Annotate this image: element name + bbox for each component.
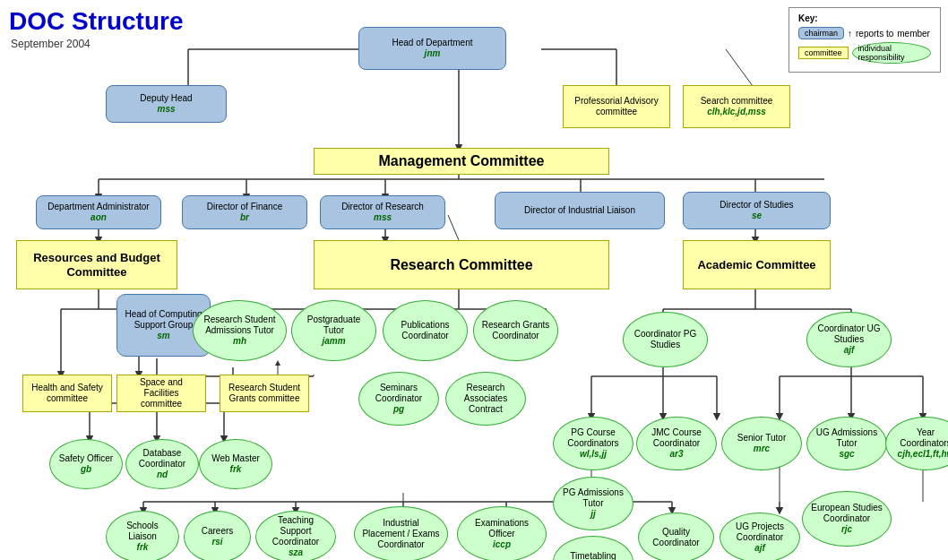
- dir-studies-node: Director of Studies se: [683, 192, 831, 229]
- pg-course-coords-node: PG Course Coordinators wl,ls,jj: [553, 417, 633, 470]
- database-coord-node: Database Coordinator nd: [125, 439, 199, 489]
- health-safety-node: Health and Safety committee: [22, 375, 112, 412]
- svg-line-5: [726, 49, 753, 86]
- research-label: Research Committee: [390, 256, 532, 273]
- postgrad-tutor-node: Postgraduate Tutor jamm: [291, 300, 376, 361]
- legend-title: Key:: [798, 13, 931, 23]
- legend-member: member: [897, 29, 930, 39]
- management-committee-node: Management Committee: [314, 148, 609, 175]
- legend-reports-to: reports to: [856, 29, 893, 39]
- mgmt-label: Management Committee: [379, 152, 545, 169]
- academic-committee-node: Academic Committee: [683, 240, 831, 289]
- professorial-advisory-node: Professorial Advisory committee: [563, 85, 670, 128]
- european-studies-node: European Studies Coordinator rjc: [802, 491, 892, 547]
- seminars-node: Seminars Coordinator pg: [358, 372, 439, 426]
- senior-tutor-node: Senior Tutor mrc: [721, 417, 802, 470]
- publications-node: Publications Coordinator: [383, 300, 468, 361]
- dir-finance-node: Director of Finance br: [182, 195, 307, 229]
- head-of-department-node: Head of Department jnm: [358, 27, 506, 70]
- page-title: DOC Structure: [9, 7, 183, 36]
- teaching-support-node: Teaching Support Coordinator sza: [255, 511, 336, 560]
- year-coords-node: Year Coordinators cjh,ecl1,ft,hw: [885, 417, 948, 470]
- industrial-placement-node: Industrial Placement / Exams Coordinator: [354, 506, 448, 560]
- timetabling-node: Timetabling Coordinator: [553, 536, 633, 560]
- careers-node: Careers rsi: [184, 511, 251, 560]
- legend-chairman: chairman: [798, 27, 844, 39]
- research-associates-node: Research Associates Contract: [445, 372, 526, 426]
- ug-projects-node: UG Projects Coordinator ajf: [720, 513, 800, 560]
- legend-green: individual responsibility: [852, 42, 931, 64]
- research-grants-node: Research Grants Coordinator: [473, 300, 558, 361]
- deputy-head-node: Deputy Head mss: [106, 85, 227, 123]
- page-subtitle: September 2004: [11, 38, 90, 50]
- svg-line-15: [448, 215, 459, 240]
- research-committee-node: Research Committee: [314, 240, 609, 289]
- research-admissions-node: Research Student Admissions Tutor mh: [193, 300, 287, 361]
- legend-committee: committee: [798, 47, 849, 59]
- coord-pg-studies-node: Coordinator PG Studies: [623, 312, 708, 367]
- ug-admissions-tutor-node: UG Admissions Tutor sgc: [806, 417, 887, 470]
- web-master-node: Web Master frk: [199, 439, 272, 489]
- resources-label: Resources and Budget Committee: [24, 251, 169, 279]
- jmc-course-node: JMC Course Coordinator ar3: [636, 417, 717, 470]
- academic-label: Academic Committee: [697, 258, 815, 272]
- resources-committee-node: Resources and Budget Committee: [16, 240, 177, 289]
- search-committee-node: Search committee clh,klc,jd,mss: [683, 85, 790, 128]
- quality-coord-node: Quality Coordinator: [638, 513, 714, 560]
- coord-ug-studies-node: Coordinator UG Studies ajf: [806, 312, 892, 367]
- legend-arrow-up: ↑: [848, 29, 852, 39]
- legend-box: Key: chairman ↑ reports to member commit…: [789, 7, 941, 73]
- dir-research-node: Director of Research mss: [320, 195, 445, 229]
- space-facilities-node: Space and Facilities committee: [116, 375, 206, 412]
- exams-officer-node: Examinations Officer iccp: [457, 506, 547, 560]
- schools-liaison-node: Schools Liaison frk: [106, 511, 179, 560]
- pg-admissions-tutor-node: PG Admissions Tutor jj: [553, 477, 633, 530]
- safety-officer-node: Safety Officer gb: [49, 439, 123, 489]
- research-grants-committee-node: Research Student Grants committee: [220, 375, 309, 412]
- dept-admin-node: Department Administrator aon: [36, 195, 161, 229]
- dir-industrial-node: Director of Industrial Liaison: [495, 192, 665, 229]
